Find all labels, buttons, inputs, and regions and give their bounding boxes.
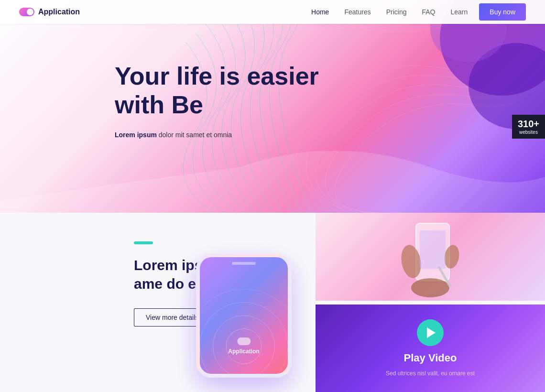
- section-right-content: Play Video Sed ultrices nisl valit, eu o…: [316, 213, 545, 392]
- navbar: Application Home Features Pricing FAQ Le…: [0, 0, 545, 24]
- nav-item-learn[interactable]: Learn: [450, 8, 468, 16]
- buy-now-button[interactable]: Buy now: [479, 3, 526, 21]
- hands-image: [316, 213, 545, 301]
- nav-item-pricing[interactable]: Pricing: [386, 8, 407, 16]
- hero-section: Your life is easier with Be Lorem ipsum …: [0, 0, 545, 213]
- logo-text: Application: [38, 8, 80, 16]
- phone-app-name: Application: [228, 348, 259, 355]
- stats-badge: 310+ websites: [512, 115, 545, 139]
- video-subtitle: Sed ultrices nisl valit, eu ornare est: [386, 370, 475, 377]
- stats-label: websites: [518, 130, 539, 135]
- video-title: Play Video: [404, 352, 457, 364]
- hero-title: Your life is easier with Be: [115, 62, 344, 120]
- hero-subtitle: Lorem ipsum dolor mit samet et omnia: [115, 131, 344, 139]
- phone-logo-icon: [237, 338, 251, 345]
- hands-visual: [316, 213, 545, 301]
- nav-item-features[interactable]: Features: [344, 8, 371, 16]
- svg-point-10: [411, 278, 449, 297]
- accent-bar: [134, 241, 153, 244]
- play-button[interactable]: [417, 319, 444, 346]
- hero-content: Your life is easier with Be Lorem ipsum …: [115, 62, 344, 139]
- stats-number: 310+: [518, 119, 539, 130]
- svg-point-6: [200, 289, 288, 374]
- hero-subtitle-bold: Lorem ipsum: [115, 131, 157, 139]
- logo: Application: [19, 8, 80, 16]
- svg-rect-12: [420, 230, 446, 269]
- phone-body: Application: [196, 253, 292, 378]
- logo-icon: [19, 8, 34, 16]
- nav-links: Home Features Pricing FAQ Learn: [311, 8, 468, 16]
- hands-svg: [382, 214, 478, 300]
- section-left-content: Lorem ipsum dolor sit ame do eiusmod. Vi…: [0, 213, 316, 392]
- hero-subtitle-text: dolor mit samet et omnia: [157, 131, 232, 139]
- features-section: Lorem ipsum dolor sit ame do eiusmod. Vi…: [0, 213, 545, 392]
- nav-item-home[interactable]: Home: [311, 8, 329, 16]
- nav-item-faq[interactable]: FAQ: [422, 8, 435, 16]
- phone-mockup: Application: [182, 253, 306, 392]
- video-card[interactable]: Play Video Sed ultrices nisl valit, eu o…: [316, 305, 545, 392]
- phone-screen-logo: Application: [228, 338, 259, 355]
